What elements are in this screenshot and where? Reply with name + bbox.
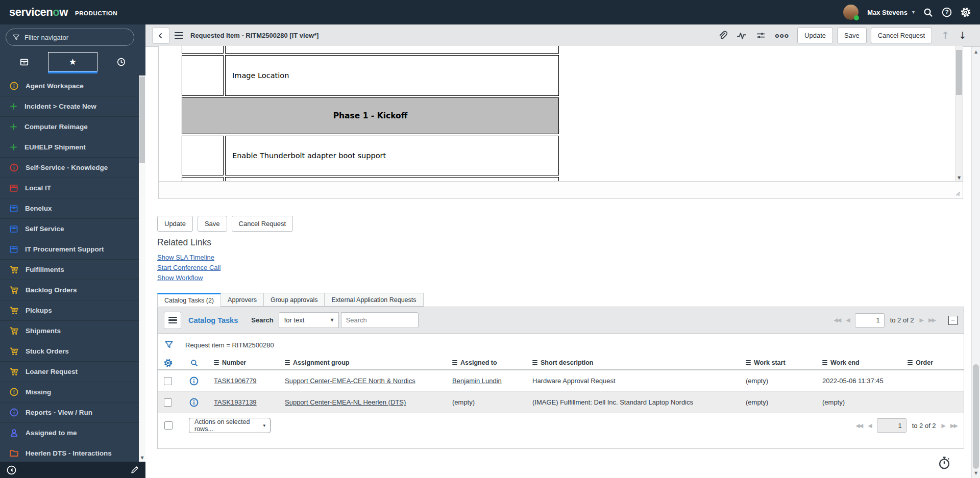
tab-catalog-tasks[interactable]: Catalog Tasks (2)	[157, 293, 221, 307]
tab-group-approvals[interactable]: Group approvals	[263, 293, 325, 307]
scroll-down-icon[interactable]: ▼	[972, 471, 980, 475]
help-icon[interactable]	[942, 7, 952, 17]
user-avatar[interactable]	[843, 5, 859, 20]
row-checkbox[interactable]	[164, 377, 172, 385]
column-header-work-end[interactable]: Work end	[818, 359, 903, 366]
search-type-select[interactable]: for text ▼	[279, 312, 339, 328]
more-options-icon[interactable]: ooo	[775, 33, 789, 39]
actions-on-selected-rows-select[interactable]: Actions on selected rows... ▾	[189, 418, 271, 433]
page-scrollbar-thumb[interactable]	[973, 364, 979, 469]
document-scrollbar-thumb[interactable]	[956, 50, 962, 95]
filter-navigator-input[interactable]	[24, 34, 116, 41]
back-button[interactable]	[152, 28, 169, 44]
scroll-down-icon[interactable]: ▼	[139, 456, 145, 460]
last-page-icon[interactable]: ▶▶	[928, 317, 935, 323]
chevron-down-icon[interactable]: ▾	[912, 10, 915, 15]
update-button[interactable]: Update	[157, 216, 193, 232]
page-number-input[interactable]	[855, 313, 885, 328]
sidebar-item-fulfillments[interactable]: Fulfillments	[0, 259, 145, 280]
column-header-order[interactable]: Order	[903, 359, 964, 366]
info-circle-icon[interactable]	[189, 398, 199, 407]
tab-history[interactable]	[97, 52, 145, 71]
previous-record-icon[interactable]: ↑	[941, 31, 949, 40]
column-header-short-description[interactable]: Short description	[528, 359, 742, 366]
next-record-icon[interactable]: ↓	[959, 31, 967, 40]
filter-condition[interactable]: Request item = RITM2500280	[185, 341, 274, 349]
funnel-icon[interactable]	[164, 340, 174, 349]
sidebar-item-pickups[interactable]: Pickups	[0, 300, 145, 320]
list-title[interactable]: Catalog Tasks	[188, 316, 238, 324]
assignment-group-link[interactable]: Support Center-EMEA-CEE North & Nordics	[285, 377, 415, 385]
column-header-number[interactable]: Number	[210, 359, 281, 366]
sidebar-item-benelux[interactable]: Benelux	[0, 198, 145, 218]
personalize-list-gear-icon[interactable]	[158, 359, 178, 367]
save-button[interactable]: Save	[198, 216, 227, 232]
task-number-link[interactable]: TASK1937139	[214, 398, 257, 406]
filter-navigator[interactable]	[6, 29, 134, 46]
page-scrollbar[interactable]: ▲ ▼	[971, 47, 980, 478]
previous-page-icon[interactable]: ◀	[868, 423, 871, 429]
tab-approvers[interactable]: Approvers	[220, 293, 264, 307]
column-header-work-start[interactable]: Work start	[742, 359, 818, 366]
row-checkbox[interactable]	[164, 398, 172, 407]
link-show-sla-timeline[interactable]: Show SLA Timeline	[157, 254, 214, 261]
link-start-conference-call[interactable]: Start Conference Call	[157, 264, 220, 271]
scroll-up-icon[interactable]: ▲	[972, 50, 980, 54]
assignment-group-link[interactable]: Support Center-EMEA-NL Heerlen (DTS)	[285, 398, 406, 406]
gear-icon[interactable]	[961, 7, 971, 17]
last-page-icon[interactable]: ▶▶	[950, 423, 957, 429]
sidebar-item-stuck-orders[interactable]: Stuck Orders	[0, 341, 145, 361]
list-search-input[interactable]	[341, 312, 419, 328]
sidebar-item-reports-view-run[interactable]: Reports - View / Run	[0, 402, 145, 422]
previous-page-icon[interactable]: ◀	[846, 317, 849, 323]
column-header-assignment-group[interactable]: Assignment group	[281, 359, 448, 366]
next-page-icon[interactable]: ▶	[942, 423, 945, 429]
sidebar-item-euhelp-shipment[interactable]: EUHELP Shipment	[0, 137, 145, 157]
sidebar-item-backlog-orders[interactable]: Backlog Orders	[0, 280, 145, 300]
task-number-link[interactable]: TASK1906779	[214, 377, 257, 385]
column-header-assigned-to[interactable]: Assigned to	[448, 359, 528, 366]
collapse-list-button[interactable]: −	[948, 316, 958, 325]
tab-external-application-requests[interactable]: External Application Requests	[324, 293, 423, 307]
sidebar-item-self-service[interactable]: Self Service	[0, 218, 145, 239]
sidebar-item-local-it[interactable]: Local IT	[0, 178, 145, 198]
document-scrollbar[interactable]: ▼	[955, 46, 963, 181]
sidebar-item-self-service-knowledge[interactable]: Self-Service - Knowledge	[0, 157, 145, 178]
personalize-form-icon[interactable]	[756, 31, 766, 40]
sidebar-item-heerlen-dts-interactions[interactable]: Heerlen DTS - Interactions	[0, 443, 145, 463]
info-circle-icon[interactable]	[189, 376, 199, 386]
page-number-input[interactable]	[877, 418, 906, 433]
tab-favorites[interactable]: ★	[48, 52, 97, 71]
next-page-icon[interactable]: ▶	[920, 317, 923, 323]
sidebar-item-computer-reimage[interactable]: Computer Reimage	[0, 116, 145, 137]
sidebar-scrollbar[interactable]: ▼	[139, 76, 145, 462]
response-time-stopwatch-icon[interactable]	[938, 456, 951, 469]
user-menu[interactable]: Max Stevens	[867, 9, 908, 16]
cancel-request-button[interactable]: Cancel Request	[232, 216, 293, 232]
sidebar-item-incident-create-new[interactable]: Incident > Create New	[0, 96, 145, 116]
link-show-workflow[interactable]: Show Workflow	[157, 274, 203, 282]
cancel-request-button[interactable]: Cancel Request	[871, 28, 933, 43]
assigned-to-link[interactable]: Benjamin Lundin	[452, 377, 502, 385]
sidebar-scrollbar-thumb[interactable]	[139, 77, 145, 163]
sidebar-item-assigned-to-me[interactable]: Assigned to me	[0, 422, 145, 443]
sidebar-item-loaner-request[interactable]: Loaner Request	[0, 361, 145, 382]
sidebar-item-shipments[interactable]: Shipments	[0, 320, 145, 341]
tab-all-applications[interactable]	[0, 52, 48, 71]
update-button[interactable]: Update	[797, 28, 833, 43]
sidebar-item-agent-workspace[interactable]: Agent Workspace	[0, 76, 145, 96]
save-button[interactable]: Save	[837, 28, 867, 43]
list-search-icon[interactable]	[178, 359, 210, 367]
first-page-icon[interactable]: ◀◀	[834, 317, 840, 323]
resize-grip-icon[interactable]	[953, 189, 961, 196]
form-context-menu-icon[interactable]	[175, 32, 183, 39]
first-page-icon[interactable]: ◀◀	[855, 423, 862, 429]
list-context-menu-button[interactable]	[164, 312, 181, 329]
edit-pencil-icon[interactable]	[131, 466, 139, 474]
search-icon[interactable]	[923, 8, 933, 17]
attachment-paperclip-icon[interactable]	[718, 31, 727, 40]
select-all-checkbox[interactable]	[164, 421, 173, 430]
sidebar-item-missing[interactable]: Missing	[0, 382, 145, 402]
sidebar-item-it-procurement-support[interactable]: IT Procurement Support	[0, 239, 145, 259]
scroll-down-icon[interactable]: ▼	[955, 176, 963, 180]
